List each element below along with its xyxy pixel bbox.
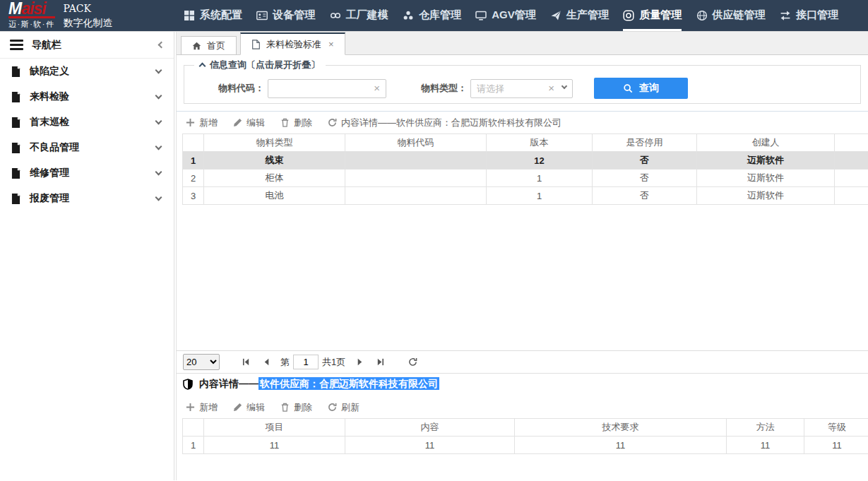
collapse-sidebar-icon[interactable] [158, 42, 165, 49]
factory-link-icon [330, 10, 341, 21]
next-page-button[interactable] [353, 356, 366, 369]
column-header[interactable]: 技术要求 [515, 419, 727, 437]
column-header[interactable]: 物料代码 [345, 134, 487, 152]
document-icon [11, 194, 20, 204]
table-cell[interactable]: 迈斯软件 [697, 187, 835, 205]
table-cell[interactable]: 11 [515, 437, 727, 454]
edit-button[interactable]: 编辑 [233, 117, 265, 129]
sidebar-item-1[interactable]: 来料检验 [0, 84, 174, 109]
search-button[interactable]: 查询 [594, 78, 688, 99]
sidebar-item-5[interactable]: 报废管理 [0, 186, 174, 211]
column-header[interactable]: 是否停用 [593, 134, 697, 152]
table-cell[interactable]: 2 [835, 187, 868, 205]
nav-item-production[interactable]: 生产管理 [550, 0, 609, 31]
table-row[interactable]: 1线束12否迈斯软件2 [183, 152, 868, 170]
column-header[interactable]: 方法 [727, 419, 804, 437]
table-cell[interactable] [345, 152, 487, 170]
first-page-button[interactable] [239, 356, 252, 369]
table-cell[interactable]: 否 [593, 187, 697, 205]
table-row[interactable]: 3电池1否迈斯软件2 [183, 187, 868, 205]
close-tab-icon[interactable]: × [328, 40, 334, 49]
refresh-icon [328, 118, 337, 127]
pagination-bar: 20 第 共1页 [177, 350, 868, 373]
hamburger-icon[interactable] [10, 40, 23, 50]
detail-title: 内容详情——软件供应商：合肥迈斯软件科技有限公司 [199, 378, 439, 391]
table-cell[interactable] [345, 187, 487, 205]
table-cell[interactable]: 1 [487, 170, 593, 187]
clear-icon[interactable]: × [548, 83, 554, 93]
column-header[interactable]: 版本 [487, 134, 593, 152]
nav-item-modules[interactable]: 系统配置 [184, 0, 242, 31]
edit-button[interactable]: 编辑 [233, 401, 265, 414]
sidebar-header[interactable]: 导航栏 [0, 32, 174, 59]
page-number-input[interactable] [293, 355, 319, 369]
table-cell[interactable]: 11 [345, 437, 515, 454]
sidebar-menu: 缺陷定义来料检验首末巡检不良品管理维修管理报废管理 [0, 59, 174, 211]
column-header[interactable] [183, 419, 204, 437]
table-cell[interactable]: 线束 [204, 152, 345, 170]
add-button[interactable]: 新增 [186, 401, 218, 414]
detail-highlighted-text: 软件供应商：合肥迈斯软件科技有限公司 [258, 377, 439, 390]
column-header[interactable]: 创建人 [697, 134, 835, 152]
edit-button-label: 编辑 [246, 401, 265, 414]
column-header[interactable]: 等级 [804, 419, 868, 437]
table-cell[interactable]: 2 [835, 170, 868, 187]
nav-item-quality[interactable]: 质量管理 [623, 0, 682, 31]
table-cell[interactable]: 迈斯软件 [697, 152, 835, 170]
reload-icon [408, 357, 417, 367]
query-legend[interactable]: 信息查询〔点击展开折叠〕 [194, 59, 326, 71]
brand-wordmark: Maisi 迈·斯·软·件 [8, 1, 55, 30]
nav-item-supply[interactable]: 供应链管理 [696, 0, 766, 31]
nav-item-device[interactable]: 设备管理 [256, 0, 315, 31]
column-header[interactable] [835, 134, 868, 152]
nav-item-factory[interactable]: 工厂建模 [330, 0, 388, 31]
nav-item-warehouse[interactable]: 仓库管理 [403, 0, 461, 31]
table-cell[interactable]: 否 [593, 152, 697, 170]
sidebar-item-0[interactable]: 缺陷定义 [0, 59, 174, 84]
plus-icon [186, 403, 195, 412]
tab-incoming-inspection-standard[interactable]: 来料检验标准 × [240, 32, 345, 55]
delete-button[interactable]: 删除 [280, 117, 312, 129]
prev-page-button[interactable] [260, 356, 273, 369]
page-size-select[interactable]: 20 [183, 354, 220, 370]
table-cell[interactable]: 11 [204, 437, 345, 454]
material-code-input[interactable] [268, 79, 386, 98]
materials-toolbar: 新增 编辑 删除 内容详情——软件供应商：合肥迈斯软件科技有限公司 [177, 112, 868, 133]
column-header[interactable]: 项目 [204, 419, 345, 437]
table-row[interactable]: 11111111111 [183, 437, 868, 454]
table-cell[interactable]: 12 [487, 152, 593, 170]
add-button[interactable]: 新增 [186, 117, 218, 129]
table-row[interactable]: 2柜体1否迈斯软件2 [183, 170, 868, 187]
material-type-select[interactable] [470, 79, 573, 98]
shield-icon [183, 379, 193, 390]
sidebar-item-3[interactable]: 不良品管理 [0, 135, 174, 160]
table-cell[interactable] [345, 170, 487, 187]
refresh-button[interactable]: 刷新 [328, 401, 359, 414]
delete-button-label: 删除 [294, 117, 312, 129]
reload-button[interactable] [406, 356, 419, 369]
nav-item-interface[interactable]: 接口管理 [780, 0, 838, 31]
table-cell[interactable]: 否 [593, 170, 697, 187]
detail-toolbar: 新增 编辑 删除 刷新 [177, 394, 868, 418]
sidebar-item-2[interactable]: 首末巡检 [0, 109, 174, 135]
delete-button[interactable]: 删除 [280, 401, 312, 414]
column-header[interactable] [183, 134, 204, 152]
first-page-icon [242, 357, 251, 367]
table-cell[interactable]: 11 [804, 437, 868, 454]
table-cell[interactable]: 11 [727, 437, 804, 454]
nav-item-agv[interactable]: AGV管理 [475, 0, 536, 31]
content-detail-label: 内容详情——软件供应商：合肥迈斯软件科技有限公司 [341, 117, 561, 129]
column-header[interactable]: 内容 [345, 419, 515, 437]
column-header[interactable]: 物料类型 [204, 134, 345, 152]
last-page-button[interactable] [374, 356, 386, 369]
sidebar-item-4[interactable]: 维修管理 [0, 160, 174, 186]
table-cell[interactable]: 2 [835, 152, 868, 170]
content-detail-button[interactable]: 内容详情——软件供应商：合肥迈斯软件科技有限公司 [328, 117, 561, 129]
trash-icon [280, 118, 290, 127]
tab-home[interactable]: 首页 [181, 36, 237, 55]
table-cell[interactable]: 迈斯软件 [697, 170, 835, 187]
table-cell[interactable]: 电池 [204, 187, 345, 205]
table-cell[interactable]: 柜体 [204, 170, 345, 187]
clear-icon[interactable]: × [374, 83, 380, 93]
table-cell[interactable]: 1 [487, 187, 593, 205]
